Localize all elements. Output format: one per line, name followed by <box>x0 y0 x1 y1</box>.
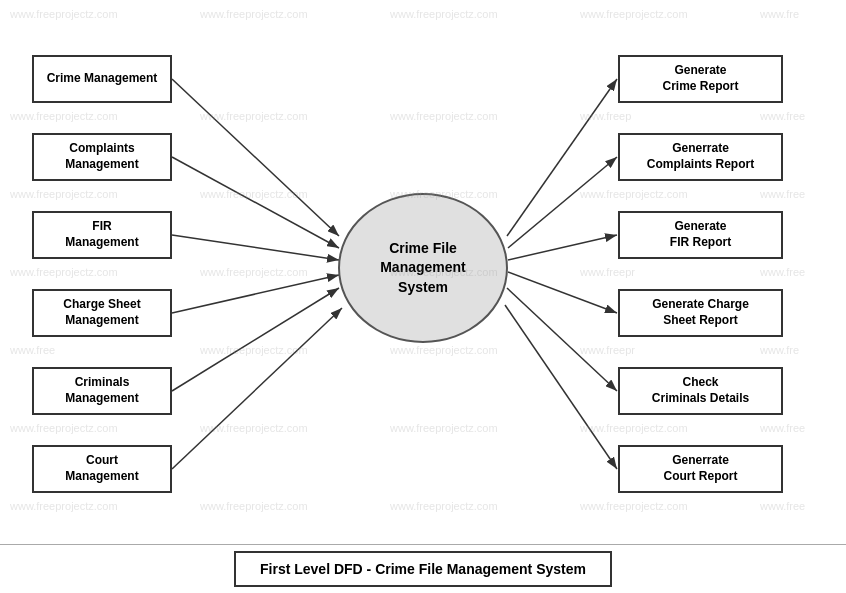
watermark: www.freeprojectz.com <box>200 422 308 434</box>
watermark: www.free <box>10 344 55 356</box>
watermark: www.freeprojectz.com <box>10 266 118 278</box>
svg-line-4 <box>172 235 339 260</box>
watermark: www.freeprojectz.com <box>200 110 308 122</box>
gen-fir-report-node: GenerateFIR Report <box>618 211 783 259</box>
watermark: www.freeprojectz.com <box>390 110 498 122</box>
watermark: www.free <box>760 266 805 278</box>
watermark: www.freeprojectz.com <box>390 422 498 434</box>
watermark: www.freeprojectz.com <box>580 8 688 20</box>
watermark: www.freeprojectz.com <box>580 188 688 200</box>
svg-line-2 <box>172 79 339 236</box>
watermark: www.freeprojectz.com <box>390 8 498 20</box>
watermark: www.freeprojectz.com <box>390 344 498 356</box>
svg-line-5 <box>172 275 339 313</box>
watermark: www.freeprojectz.com <box>200 8 308 20</box>
svg-line-11 <box>508 272 617 313</box>
svg-line-10 <box>508 235 617 260</box>
watermark: www.freeprojectz.com <box>200 266 308 278</box>
diagram-area: www.freeprojectz.com www.freeprojectz.co… <box>0 0 846 545</box>
svg-line-9 <box>508 157 617 248</box>
watermark: www.freepr <box>580 266 635 278</box>
watermark: www.freeprojectz.com <box>10 500 118 512</box>
watermark: www.fre <box>760 344 799 356</box>
watermark: www.freeprojectz.com <box>580 422 688 434</box>
svg-line-12 <box>507 288 617 391</box>
watermark: www.free <box>760 422 805 434</box>
complaints-management-node: ComplaintsManagement <box>32 133 172 181</box>
watermark: www.freeprojectz.com <box>10 110 118 122</box>
watermark: www.free <box>760 110 805 122</box>
watermark: www.freeprojectz.com <box>200 500 308 512</box>
caption-bar: First Level DFD - Crime File Management … <box>0 545 846 593</box>
charge-sheet-management-node: Charge SheetManagement <box>32 289 172 337</box>
gen-court-report-node: GenerrateCourt Report <box>618 445 783 493</box>
watermark: www.freeprojectz.com <box>200 188 308 200</box>
court-management-node: CourtManagement <box>32 445 172 493</box>
watermark: www.freeprojectz.com <box>390 500 498 512</box>
crime-management-node: Crime Management <box>32 55 172 103</box>
watermark: www.freeprojectz.com <box>580 500 688 512</box>
watermark: www.freeprojectz.com <box>10 188 118 200</box>
watermark: www.free <box>760 500 805 512</box>
watermark: www.freepr <box>580 344 635 356</box>
gen-complaints-report-node: GenerrateComplaints Report <box>618 133 783 181</box>
check-criminals-node: CheckCriminals Details <box>618 367 783 415</box>
watermark: www.freeprojectz.com <box>200 344 308 356</box>
watermark: www.fre <box>760 8 799 20</box>
watermark: www.freeprojectz.com <box>10 422 118 434</box>
svg-line-3 <box>172 157 339 248</box>
gen-charge-sheet-report-node: Generate ChargeSheet Report <box>618 289 783 337</box>
gen-crime-report-node: GenerateCrime Report <box>618 55 783 103</box>
center-node: Crime FileManagementSystem <box>338 193 508 343</box>
caption-text: First Level DFD - Crime File Management … <box>234 551 612 587</box>
svg-line-8 <box>507 79 617 236</box>
svg-line-6 <box>172 288 339 391</box>
fir-management-node: FIRManagement <box>32 211 172 259</box>
watermark: www.freeprojectz.com <box>10 8 118 20</box>
svg-line-13 <box>505 305 617 469</box>
watermark: www.free <box>760 188 805 200</box>
watermark: www.freep <box>580 110 631 122</box>
svg-line-7 <box>172 308 342 469</box>
criminals-management-node: CriminalsManagement <box>32 367 172 415</box>
